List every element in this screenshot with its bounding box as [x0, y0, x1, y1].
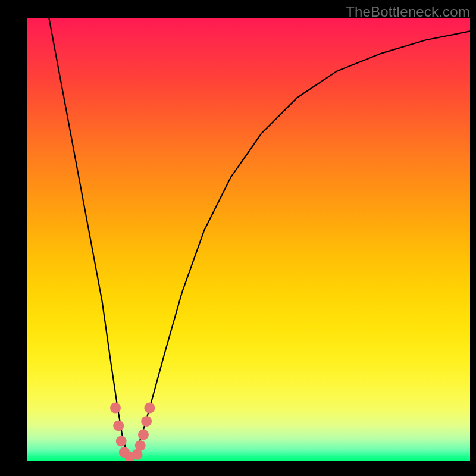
highlight-dot: [144, 403, 155, 414]
plot-area: [27, 18, 470, 461]
highlight-dots: [110, 403, 155, 461]
highlight-dot: [135, 440, 146, 451]
highlight-dot: [116, 436, 127, 446]
highlight-dot: [138, 429, 149, 440]
highlight-dot: [113, 420, 124, 431]
curve-layer: [27, 18, 470, 461]
bottleneck-curve: [49, 18, 470, 457]
chart-frame: TheBottleneck.com: [0, 0, 476, 476]
highlight-dot: [141, 416, 152, 427]
watermark-text: TheBottleneck.com: [346, 4, 470, 20]
highlight-dot: [110, 403, 121, 414]
